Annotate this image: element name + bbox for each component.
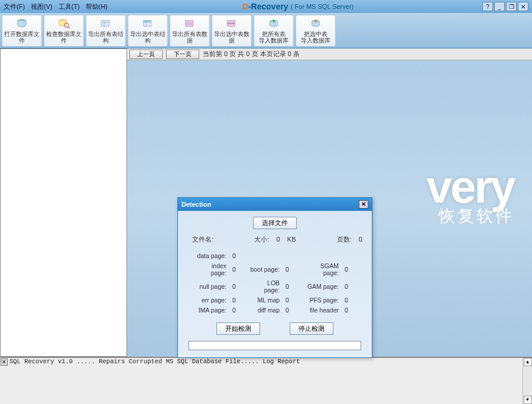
workspace: 上一页 下一页 当前第 0 页 共 0 页 本页记录 0 条 very 恢复软件…: [0, 48, 532, 357]
toolbar: 打开数据库文件 检查数据库文件 导出所有表结构 导出选中表结构 导出所有表数据 …: [0, 13, 532, 48]
stop-detect-button[interactable]: 停止检测: [290, 322, 333, 335]
import-sel-icon: [309, 18, 323, 30]
dialog-titlebar[interactable]: Detection ✕: [178, 198, 372, 211]
tool-label: 导出所有表结构: [87, 31, 124, 44]
log-text: SQL Recovery v1.0 ..... Repairs Corrupte…: [8, 358, 523, 365]
import-all-icon: [267, 18, 281, 30]
dialog-close-button[interactable]: ✕: [359, 200, 368, 208]
svg-rect-4: [102, 20, 109, 26]
help-button[interactable]: ?: [482, 2, 493, 11]
detection-dialog: Detection ✕ 选择文件 文件名: 大小: 0 KB 页数: 0 dat…: [177, 197, 372, 358]
minimize-button[interactable]: _: [494, 2, 505, 11]
size-value: 0: [276, 236, 280, 243]
export-sel-struct-button[interactable]: 导出选中表结构: [128, 15, 168, 47]
import-all-button[interactable]: 把所有表 导入数据库: [254, 15, 294, 47]
export-all-struct-icon: [99, 18, 113, 30]
stats-grid: data page:0 index page:0 boot page:0 SGA…: [185, 250, 365, 319]
progress-bar: [189, 341, 361, 350]
select-file-button[interactable]: 选择文件: [253, 217, 297, 229]
open-db-button[interactable]: 打开数据库文件: [2, 15, 42, 47]
tool-label: 把所有表 导入数据库: [259, 31, 288, 44]
page-status: 当前第 0 页 共 0 页 本页记录 0 条: [203, 50, 300, 58]
tool-label: 把选中表 导入数据库: [301, 31, 330, 44]
pages-value: 0: [359, 236, 362, 243]
dialog-body: 选择文件 文件名: 大小: 0 KB 页数: 0 data page:0 ind…: [178, 211, 372, 357]
page-nav: 上一页 下一页 当前第 0 页 共 0 页 本页记录 0 条: [127, 48, 532, 60]
menubar: 文件(F) 视图(V) 工具(T) 帮助(H) D-Recovery ( For…: [0, 0, 532, 13]
start-detect-button[interactable]: 开始检测: [216, 322, 260, 335]
menu-tools[interactable]: 工具(T): [59, 2, 80, 11]
log-scrollbar[interactable]: ▲ ▼: [523, 358, 532, 404]
file-label: 文件名:: [192, 235, 213, 244]
pages-label: 页数:: [337, 235, 352, 244]
scroll-down-icon[interactable]: ▼: [524, 396, 532, 404]
svg-line-3: [68, 27, 70, 28]
svg-rect-8: [144, 20, 151, 22]
export-sel-data-icon: [225, 18, 239, 30]
prev-page-button[interactable]: 上一页: [129, 50, 163, 59]
menu-file[interactable]: 文件(F): [4, 2, 25, 11]
app-title: D-Recovery ( For MS SQL Server): [113, 2, 482, 11]
export-sel-data-button[interactable]: 导出选中表数据: [212, 15, 252, 47]
check-db-button[interactable]: 检查数据库文件: [44, 15, 84, 47]
export-all-struct-button[interactable]: 导出所有表结构: [86, 15, 126, 47]
svg-rect-10: [186, 20, 193, 26]
import-sel-button[interactable]: 把选中表 导入数据库: [296, 15, 336, 47]
tool-label: 导出所有表数据: [171, 31, 208, 44]
size-label: 大小:: [254, 235, 269, 244]
tool-label: 导出选中表结构: [129, 31, 166, 44]
menu-help[interactable]: 帮助(H): [86, 2, 108, 11]
window-buttons: ? _ ❐ ✕: [482, 2, 528, 11]
tool-label: 检查数据库文件: [46, 31, 82, 44]
dialog-title-text: Detection: [181, 201, 211, 208]
close-button[interactable]: ✕: [518, 2, 528, 11]
export-sel-struct-icon: [141, 18, 155, 30]
log-panel: ✕ SQL Recovery v1.0 ..... Repairs Corrup…: [0, 357, 532, 404]
tree-panel[interactable]: [0, 48, 127, 357]
maximize-button[interactable]: ❐: [506, 2, 517, 11]
export-all-data-icon: [183, 18, 197, 30]
check-db-icon: [57, 18, 71, 30]
svg-rect-14: [228, 22, 235, 24]
open-db-icon: [15, 18, 29, 30]
export-all-data-button[interactable]: 导出所有表数据: [170, 15, 210, 47]
log-close-button[interactable]: ✕: [1, 359, 8, 366]
tool-label: 导出选中表数据: [213, 31, 250, 44]
next-page-button[interactable]: 下一页: [166, 50, 199, 59]
background-logo: very 恢复软件: [427, 166, 515, 227]
menu-view[interactable]: 视图(V): [31, 2, 53, 11]
scroll-up-icon[interactable]: ▲: [524, 358, 532, 366]
tool-label: 打开数据库文件: [4, 31, 40, 44]
